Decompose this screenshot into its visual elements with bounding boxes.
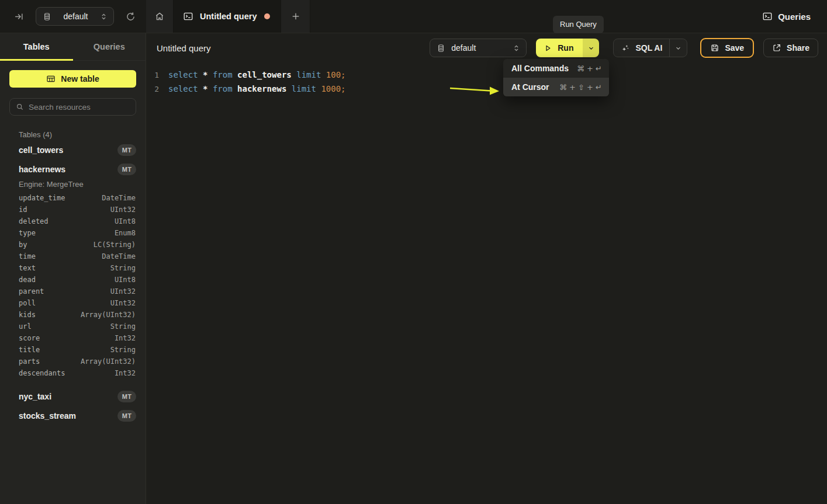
code-token: [198, 84, 203, 93]
column-type: UInt32: [110, 299, 136, 307]
code-token: *: [203, 70, 207, 79]
unsaved-indicator-dot: [264, 13, 270, 19]
run-options-button[interactable]: [583, 39, 599, 57]
code-token: [292, 70, 296, 79]
column-type: String: [110, 264, 136, 272]
code-token: [233, 84, 237, 93]
table-row[interactable]: hackernewsMT: [0, 159, 146, 179]
chevron-down-icon: [587, 44, 595, 52]
refresh-button[interactable]: [123, 9, 138, 24]
share-button[interactable]: Share: [763, 39, 818, 57]
share-external-icon: [772, 43, 781, 53]
code-token: select: [168, 70, 198, 79]
sidebar-tab-queries[interactable]: Queries: [73, 33, 146, 60]
new-table-label: New table: [61, 74, 99, 84]
tab-untitled-query[interactable]: Untitled query: [174, 0, 281, 33]
run-options-menu: All Commands⌘ + ↵At Cursor⌘ + ⇧ + ↵: [503, 59, 609, 96]
play-icon: [544, 44, 552, 53]
spacer: [0, 379, 146, 387]
database-icon: [437, 44, 445, 53]
topbar-database-selector[interactable]: default: [36, 7, 114, 26]
engine-badge: MT: [117, 144, 136, 156]
chevron-down-icon: [674, 44, 682, 52]
run-button[interactable]: Run: [536, 39, 583, 57]
column-name: poll: [19, 299, 36, 307]
code-token: [207, 70, 212, 79]
code-token: from: [213, 84, 233, 93]
table-name: hackernews: [19, 165, 65, 174]
table-row[interactable]: stocks_streamMT: [0, 406, 146, 425]
code-token: 100;: [326, 70, 346, 79]
column-name: parent: [19, 287, 44, 296]
code-line[interactable]: 2select * from hackernews limit 1000;: [146, 82, 827, 96]
code-token: limit: [292, 84, 316, 93]
column-name: type: [19, 229, 36, 237]
column-type: Array(UInt32): [81, 357, 136, 366]
toolbar-database-value: default: [451, 43, 476, 53]
table-name: cell_towers: [19, 145, 63, 155]
table-row[interactable]: nyc_taxiMT: [0, 387, 146, 406]
sql-editor[interactable]: 1select * from cell_towers limit 100;2se…: [146, 62, 827, 504]
tables-list: cell_towersMThackernewsMTEngine: MergeTr…: [0, 140, 146, 504]
home-tab-button[interactable]: [146, 0, 174, 33]
new-tab-button[interactable]: [281, 0, 310, 33]
toolbar-database-selector[interactable]: default: [430, 39, 527, 57]
column-name: deleted: [19, 217, 49, 225]
sql-console-screen: default Untitled query: [0, 0, 827, 504]
line-number: 1: [146, 71, 159, 79]
column-name: id: [19, 206, 27, 214]
collapse-sidebar-button[interactable]: [12, 9, 26, 24]
sql-ai-button[interactable]: SQL AI: [614, 39, 669, 57]
sql-ai-options-button[interactable]: [669, 39, 687, 57]
column-row: idUInt32: [0, 204, 146, 215]
sparkles-icon: [621, 43, 630, 53]
share-label: Share: [787, 43, 809, 53]
column-row: pollUInt32: [0, 297, 146, 309]
code-line[interactable]: 1select * from cell_towers limit 100;: [146, 68, 827, 82]
top-bar: default Untitled query: [0, 0, 827, 33]
run-label: Run: [558, 43, 573, 53]
column-type: String: [110, 322, 136, 331]
column-row: update_timeDateTime: [0, 192, 146, 204]
column-type: UInt32: [110, 287, 136, 296]
column-row: titleString: [0, 344, 146, 356]
sql-ai-label: SQL AI: [635, 43, 662, 53]
topbar-database-value: default: [63, 12, 88, 21]
column-row: scoreInt32: [0, 332, 146, 344]
menu-item-at-cursor[interactable]: At Cursor⌘ + ⇧ + ↵: [503, 78, 609, 96]
column-type: DateTime: [102, 194, 136, 202]
column-row: kidsArray(UInt32): [0, 309, 146, 321]
collapse-sidebar-icon: [14, 12, 24, 22]
column-name: by: [19, 241, 27, 249]
sidebar-tab-tables[interactable]: Tables: [0, 33, 73, 60]
column-type: Array(UInt32): [81, 311, 136, 319]
code-token: cell_towers: [237, 70, 292, 79]
search-resources-input[interactable]: [29, 103, 132, 112]
query-toolbar: Untitled query default Run: [146, 33, 827, 62]
chevron-updown-icon: [100, 12, 108, 21]
code-token: [316, 84, 321, 93]
column-row: parentUInt32: [0, 286, 146, 297]
tab-title: Untitled query: [200, 12, 257, 21]
save-floppy-icon: [710, 43, 719, 53]
code-token: [286, 84, 291, 93]
queries-button[interactable]: Queries: [762, 11, 811, 22]
run-query-tooltip: Run Query: [553, 16, 604, 33]
menu-item-all-commands[interactable]: All Commands⌘ + ↵: [503, 59, 609, 78]
new-table-button[interactable]: New table: [9, 70, 136, 88]
column-name: score: [19, 334, 40, 342]
column-name: text: [19, 264, 36, 272]
column-row: textString: [0, 262, 146, 274]
tab-strip: Untitled query: [146, 0, 310, 33]
table-engine-label: Engine: MergeTree: [0, 179, 146, 192]
code-token: limit: [296, 70, 321, 79]
table-name: stocks_stream: [19, 411, 76, 420]
line-number: 2: [146, 85, 159, 93]
table-row[interactable]: cell_towersMT: [0, 140, 146, 159]
code-token: [198, 70, 203, 79]
save-button[interactable]: Save: [700, 38, 754, 58]
menu-item-shortcut: ⌘ + ↵: [577, 64, 602, 73]
column-name: descendants: [19, 369, 65, 377]
menu-item-label: At Cursor: [511, 82, 549, 92]
code-token: select: [168, 84, 198, 93]
